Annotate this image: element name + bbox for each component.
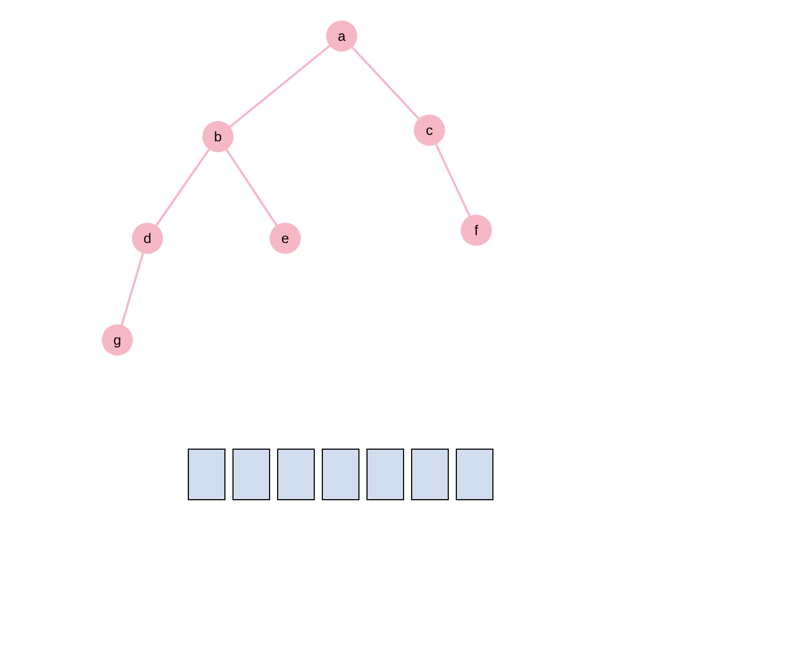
answer-slot[interactable]: [188, 449, 225, 500]
tree-node-b[interactable]: b: [202, 121, 234, 152]
tree-node-f[interactable]: f: [461, 215, 492, 246]
tree-node-a[interactable]: a: [326, 20, 357, 52]
tree-node-label: b: [214, 129, 222, 145]
tree-node-label: a: [338, 28, 345, 45]
edge-a-c: [342, 36, 429, 130]
tree-node-label: c: [426, 122, 433, 139]
answer-slot[interactable]: [277, 449, 315, 500]
edge-b-d: [147, 137, 218, 238]
tree-node-label: f: [474, 222, 478, 239]
edge-a-b: [218, 36, 342, 137]
tree-node-e[interactable]: e: [270, 223, 301, 254]
tree-node-label: e: [281, 230, 289, 247]
tree-node-c[interactable]: c: [414, 115, 445, 146]
answer-slot[interactable]: [366, 449, 404, 500]
edge-c-f: [429, 130, 476, 230]
answer-slot[interactable]: [322, 449, 359, 500]
tree-node-label: d: [144, 230, 151, 247]
edge-b-e: [218, 137, 285, 238]
tree-node-g[interactable]: g: [102, 324, 133, 356]
answer-slot[interactable]: [411, 449, 449, 500]
answer-slot[interactable]: [232, 449, 270, 500]
tree-node-d[interactable]: d: [132, 223, 163, 254]
answer-slot[interactable]: [456, 449, 493, 500]
answer-slots-row: [188, 449, 493, 500]
tree-node-label: g: [114, 332, 121, 349]
